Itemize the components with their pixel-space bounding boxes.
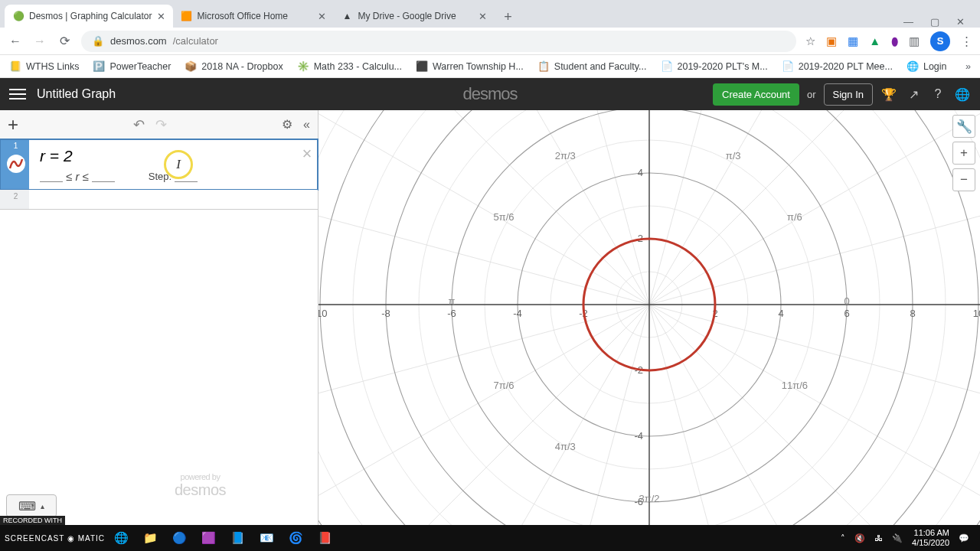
clock-time: 11:06 AM	[912, 528, 949, 538]
taskbar-app-icon[interactable]: 🌀	[283, 527, 309, 549]
expression-equation[interactable]: r = 2	[40, 147, 309, 165]
bookmark-icon: 📄	[782, 60, 794, 73]
close-icon[interactable]: ✕	[318, 11, 326, 22]
wrench-icon[interactable]: 🔧	[952, 115, 975, 138]
bookmark-label: 2019-2020 PLT Mee...	[799, 61, 893, 72]
bookmark[interactable]: 🅿️PowerTeacher	[93, 60, 171, 73]
bookmark-label: PowerTeacher	[109, 61, 171, 72]
graph-canvas[interactable]: -10-8-6-4-2246810-6-4-2246π/6π/3π/22π/35…	[318, 110, 980, 525]
lock-icon: 🔒	[92, 35, 104, 47]
sign-in-button[interactable]: Sign In	[824, 83, 873, 106]
browser-tab-strip: 🟢 Desmos | Graphing Calculator ✕ 🟧 Micro…	[0, 0, 980, 28]
close-icon[interactable]: ✕	[157, 11, 165, 22]
browser-tab[interactable]: 🟧 Microsoft Office Home ✕	[173, 5, 334, 28]
tab-title: Microsoft Office Home	[198, 11, 288, 21]
share-icon[interactable]: ↗	[905, 86, 922, 103]
bookmark-icon: ✳️	[297, 60, 309, 73]
taskbar-explorer-icon[interactable]: 📁	[137, 527, 163, 549]
slider-step-input[interactable]	[175, 171, 198, 182]
step-label: Step:	[149, 171, 172, 182]
undo-icon[interactable]: ↶	[133, 116, 145, 133]
create-account-button[interactable]: Create Account	[713, 83, 799, 106]
ext-icon[interactable]: ▥	[909, 34, 920, 48]
svg-line-23	[649, 305, 980, 407]
hamburger-icon[interactable]	[9, 89, 26, 99]
close-window-icon[interactable]: ✕	[956, 16, 965, 28]
svg-text:π/3: π/3	[726, 150, 741, 161]
keyboard-toggle[interactable]: ⌨ ▴	[6, 494, 57, 517]
curve-color-icon[interactable]	[7, 155, 25, 173]
tray-network-icon[interactable]: 🖧	[874, 533, 883, 543]
svg-text:-10: -10	[318, 308, 327, 319]
svg-text:-8: -8	[381, 308, 390, 319]
zoom-in-button[interactable]: +	[952, 142, 975, 165]
bookmark-label: Login	[923, 61, 947, 72]
redo-icon[interactable]: ↷	[155, 116, 167, 133]
tray-volume-icon[interactable]: 🔇	[854, 533, 865, 543]
close-icon[interactable]: ✕	[479, 11, 487, 22]
url-input[interactable]: 🔒 desmos.com/calculator	[81, 31, 796, 52]
expression-row-empty[interactable]: 2	[0, 190, 318, 210]
profile-avatar[interactable]: S	[930, 31, 950, 51]
ext-icon[interactable]: ▦	[848, 34, 858, 48]
kebab-icon[interactable]: ⋮	[961, 34, 972, 48]
maximize-icon[interactable]: ▢	[930, 16, 939, 28]
gear-icon[interactable]: ⚙	[282, 117, 292, 132]
taskbar-edge-icon[interactable]: 🌐	[108, 527, 134, 549]
collapse-panel-icon[interactable]: «	[303, 118, 310, 132]
bookmark[interactable]: ✳️Math 233 - Calculu...	[297, 60, 402, 73]
ext-icon[interactable]: ⬮	[891, 34, 898, 48]
bookmark-icon: 📋	[537, 60, 550, 73]
bookmark-icon: 📦	[185, 60, 197, 73]
expression-body[interactable]	[29, 190, 318, 209]
expression-toolbar: + ↶ ↷ ⚙ «	[0, 110, 318, 139]
slider-max-input[interactable]	[92, 171, 115, 182]
browser-tab-active[interactable]: 🟢 Desmos | Graphing Calculator ✕	[5, 5, 173, 28]
bookmarks-overflow-icon[interactable]: »	[965, 61, 971, 72]
row-number: 2	[14, 192, 18, 201]
expression-row[interactable]: 1 r = 2 ≤ r ≤ Step: × I	[0, 139, 318, 190]
tray-battery-icon[interactable]: 🔌	[892, 533, 903, 543]
taskbar-clock[interactable]: 11:06 AM 4/15/2020	[912, 528, 949, 547]
browser-tab[interactable]: ▲ My Drive - Google Drive ✕	[334, 5, 495, 28]
ext-icon[interactable]: ▲	[869, 34, 880, 47]
expression-index[interactable]: 1	[0, 139, 29, 189]
slider-bounds[interactable]: ≤ r ≤ Step:	[40, 170, 309, 183]
help-icon[interactable]: ?	[929, 86, 946, 103]
slider-min-input[interactable]	[40, 171, 63, 182]
bookmark[interactable]: 📄2019-2020 PLT's M...	[661, 60, 768, 73]
minimize-icon[interactable]: —	[903, 16, 913, 28]
bookmark[interactable]: 📄2019-2020 PLT Mee...	[782, 60, 893, 73]
star-icon[interactable]: ☆	[805, 34, 815, 48]
notifications-icon[interactable]: 💬	[959, 533, 969, 543]
bookmark[interactable]: ⬛Warren Township H...	[416, 60, 524, 73]
zoom-out-button[interactable]: −	[952, 168, 975, 191]
add-expression-button[interactable]: +	[8, 114, 18, 135]
forward-button[interactable]: →	[32, 34, 47, 49]
new-tab-button[interactable]: +	[498, 6, 519, 28]
taskbar-app-icon[interactable]: 📘	[224, 527, 250, 549]
expression-body[interactable]: r = 2 ≤ r ≤ Step: × I	[29, 139, 318, 189]
clock-date: 4/15/2020	[912, 538, 949, 548]
tray-chevron-icon[interactable]: ˄	[841, 533, 845, 543]
back-button[interactable]: ←	[8, 34, 23, 49]
svg-line-19	[649, 305, 752, 525]
bookmark[interactable]: 📋Student and Faculty...	[537, 60, 647, 73]
ext-icon[interactable]: ▣	[826, 34, 837, 48]
taskbar-chrome-icon[interactable]: 🔵	[166, 527, 192, 549]
powered-by: powered by desmos	[175, 472, 226, 499]
taskbar-outlook-icon[interactable]: 📧	[253, 527, 279, 549]
taskbar-onenote-icon[interactable]: 🟪	[195, 527, 221, 549]
bookmark-label: WTHS Links	[26, 61, 79, 72]
tab-title: My Drive - Google Drive	[358, 11, 456, 21]
bookmark[interactable]: 🌐Login	[906, 60, 947, 73]
bookmark[interactable]: 📒WTHS Links	[9, 60, 79, 73]
bookmark-label: Student and Faculty...	[554, 61, 647, 72]
trophy-icon[interactable]: 🏆	[880, 86, 897, 103]
taskbar-pdf-icon[interactable]: 📕	[312, 527, 338, 549]
bookmark[interactable]: 📦2018 NA - Dropbox	[185, 60, 283, 73]
language-icon[interactable]: 🌐	[954, 86, 971, 103]
delete-expression-icon[interactable]: ×	[302, 144, 312, 164]
reload-button[interactable]: ⟳	[57, 34, 72, 49]
graph-title[interactable]: Untitled Graph	[37, 87, 116, 101]
